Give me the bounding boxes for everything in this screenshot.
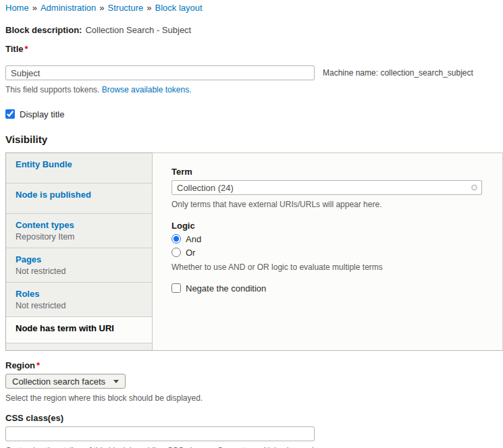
required-marker: * [25, 44, 28, 54]
negate-checkbox[interactable] [171, 283, 181, 293]
visibility-tab-list: Entity Bundle Node is published Content … [5, 152, 153, 351]
logic-option-or: Or [171, 248, 483, 258]
breadcrumb-link-structure[interactable]: Structure [108, 3, 144, 13]
tab-entity-bundle[interactable]: Entity Bundle [6, 153, 152, 184]
term-description: Only terms that have external URIs/URLs … [171, 200, 483, 209]
logic-and-radio[interactable] [171, 234, 181, 244]
logic-or-radio[interactable] [171, 248, 181, 257]
title-label: Title* [5, 44, 503, 54]
visibility-heading: Visibility [5, 134, 503, 145]
tab-roles[interactable]: Roles Not restricted [6, 283, 152, 317]
breadcrumb-link-block-layout[interactable]: Block layout [155, 3, 203, 13]
region-field-group: Region* Collection search facets Select … [5, 360, 503, 403]
negate-field: Negate the condition [171, 283, 483, 293]
chevron-down-icon [113, 380, 119, 383]
tab-content-types[interactable]: Content types Repository Item [6, 214, 152, 248]
css-classes-label: CSS class(es) [5, 413, 503, 423]
block-description-label: Block description: [5, 25, 82, 35]
region-label: Region* [5, 360, 503, 370]
tab-node-is-published[interactable]: Node is published [6, 184, 152, 214]
browse-tokens-link[interactable]: Browse available tokens. [102, 85, 192, 94]
region-select-value: Collection search facets [12, 376, 105, 387]
autocomplete-status-icon [471, 185, 477, 191]
title-input[interactable] [5, 65, 315, 80]
breadcrumb-separator: » [32, 3, 37, 13]
tab-node-has-term-with-uri[interactable]: Node has term with URI [6, 317, 152, 343]
css-classes-field-group: CSS class(es) Customize the styling of t… [5, 413, 503, 448]
term-field-group: Term Only terms that have external URIs/… [171, 167, 483, 209]
logic-option-and: And [171, 234, 483, 244]
tab-pages[interactable]: Pages Not restricted [6, 248, 152, 283]
display-title-field: Display title [5, 109, 503, 119]
css-classes-input[interactable] [5, 426, 315, 441]
required-marker: * [36, 360, 40, 370]
logic-label: Logic [171, 221, 483, 231]
block-description: Block description:Collection Search - Su… [5, 25, 503, 35]
negate-label[interactable]: Negate the condition [171, 283, 266, 293]
region-description: Select the region where this block shoul… [5, 393, 503, 403]
breadcrumb-separator: » [99, 3, 104, 13]
block-configure-page: Home»Administration»Structure»Block layo… [0, 0, 503, 448]
visibility-vertical-tabs: Entity Bundle Node is published Content … [5, 152, 503, 351]
term-input[interactable] [171, 180, 482, 195]
breadcrumb-link-home[interactable]: Home [5, 3, 29, 13]
region-select[interactable]: Collection search facets [5, 374, 126, 389]
logic-description: Whether to use AND or OR logic to evalua… [171, 262, 483, 272]
visibility-tab-panel: Term Only terms that have external URIs/… [153, 152, 503, 351]
title-description: This field supports tokens. Browse avail… [5, 85, 503, 94]
block-description-value: Collection Search - Subject [85, 25, 191, 35]
term-label: Term [171, 167, 483, 177]
breadcrumb-separator: » [147, 3, 151, 13]
breadcrumb: Home»Administration»Structure»Block layo… [5, 3, 503, 13]
display-title-label[interactable]: Display title [5, 109, 64, 119]
title-field-group: Title* Machine name: collection_search_s… [5, 44, 503, 94]
machine-name: Machine name: collection_search_subject [323, 68, 473, 78]
display-title-checkbox[interactable] [5, 109, 15, 119]
logic-field-group: Logic And Or Whether to use AND or OR lo… [171, 221, 483, 272]
breadcrumb-link-administration[interactable]: Administration [41, 3, 96, 13]
